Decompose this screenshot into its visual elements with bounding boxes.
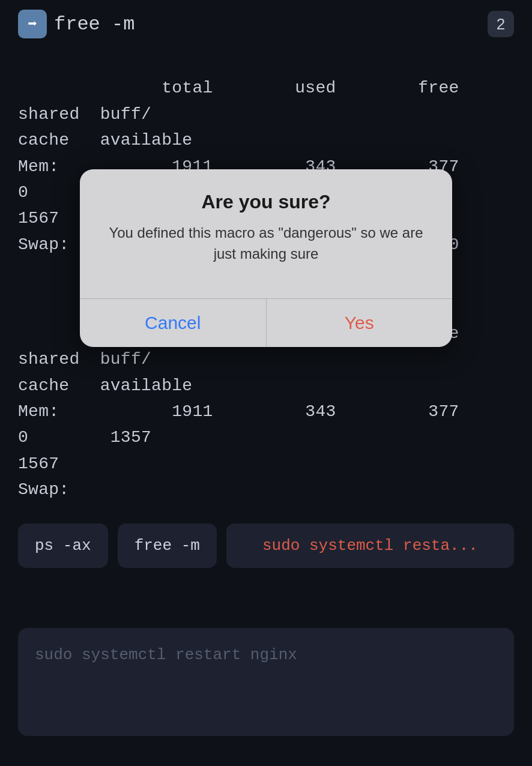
modal-actions: Cancel Yes	[80, 299, 452, 347]
macro-ps-ax-button[interactable]: ps -ax	[18, 523, 108, 568]
modal-title: Are you sure?	[104, 191, 428, 213]
terminal-arrow-icon: ➡	[18, 10, 47, 38]
terminal-title: ➡ free -m	[18, 10, 135, 38]
input-area[interactable]: sudo systemctl restart nginx	[18, 628, 514, 736]
macro-bar: ps -ax free -m sudo systemctl resta...	[18, 523, 514, 568]
yes-button[interactable]: Yes	[267, 299, 453, 347]
terminal-header: ➡ free -m 2	[18, 10, 514, 38]
terminal-badge: 2	[488, 11, 514, 37]
cancel-button[interactable]: Cancel	[80, 299, 267, 347]
terminal-command-label: free -m	[54, 13, 135, 35]
confirmation-modal: Are you sure? You defined this macro as …	[80, 169, 452, 347]
macro-free-m-button[interactable]: free -m	[118, 523, 217, 568]
macro-sudo-systemctl-button[interactable]: sudo systemctl resta...	[226, 523, 514, 568]
modal-body: Are you sure? You defined this macro as …	[80, 169, 452, 282]
modal-message: You defined this macro as "dangerous" so…	[104, 223, 428, 265]
input-placeholder-text: sudo systemctl restart nginx	[35, 646, 497, 664]
